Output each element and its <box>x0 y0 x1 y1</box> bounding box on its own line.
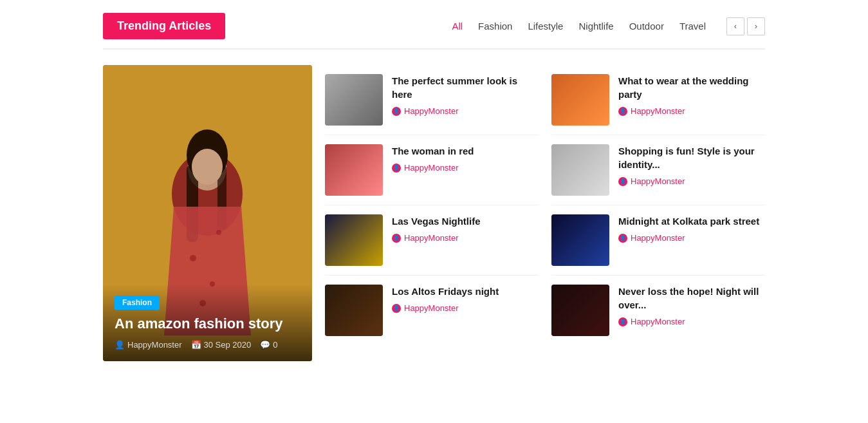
svg-point-11 <box>216 230 221 235</box>
featured-title: An amazon fashion story <box>115 315 300 334</box>
article-content: Los Altos Fridays night👤HappyMonster <box>392 285 539 313</box>
author-icon: 👤 <box>392 304 401 313</box>
article-thumbnail <box>551 285 609 336</box>
nav-next-button[interactable]: › <box>747 17 765 35</box>
article-content: The woman in red👤HappyMonster <box>392 144 539 173</box>
article-title: Shopping is fun! Style is your identity.… <box>618 144 765 171</box>
article-title: Las Vegas Nightlife <box>392 214 539 228</box>
author-icon: 👤 <box>618 177 627 186</box>
author-icon: 👤 <box>392 234 401 243</box>
svg-point-6 <box>192 149 223 185</box>
nav-tab-travel[interactable]: Travel <box>679 21 706 32</box>
nav-tab-outdoor[interactable]: Outdoor <box>629 21 664 32</box>
article-author: 👤HappyMonster <box>618 233 765 243</box>
article-item[interactable]: Shopping is fun! Style is your identity.… <box>551 135 765 205</box>
author-icon: 👤 <box>618 317 627 326</box>
article-author: 👤HappyMonster <box>618 317 765 326</box>
article-author: 👤HappyMonster <box>618 106 765 116</box>
article-title: Never loss the hope! Night will over... <box>618 285 765 312</box>
article-author: 👤HappyMonster <box>392 106 539 116</box>
author-icon: 👤 <box>392 164 401 173</box>
article-title: The perfect summer look is here <box>392 74 539 101</box>
article-author: 👤HappyMonster <box>618 176 765 186</box>
nav-tab-fashion[interactable]: Fashion <box>478 21 512 32</box>
author-name: HappyMonster <box>631 106 685 116</box>
article-item[interactable]: Los Altos Fridays night👤HappyMonster <box>325 276 539 345</box>
thumb-image <box>325 74 383 126</box>
thumb-image <box>551 74 609 126</box>
nav-arrows: ‹› <box>726 17 765 35</box>
featured-date: 📅 30 Sep 2020 <box>191 340 252 350</box>
article-content: Never loss the hope! Night will over...👤… <box>618 285 765 326</box>
svg-point-8 <box>190 255 196 261</box>
user-icon: 👤 <box>115 340 125 350</box>
article-title: What to wear at the wedding party <box>618 74 765 101</box>
article-thumbnail <box>325 74 383 126</box>
featured-comments: 💬 0 <box>260 340 277 350</box>
article-item[interactable]: Never loss the hope! Night will over...👤… <box>551 276 765 345</box>
author-name: HappyMonster <box>631 317 685 326</box>
featured-overlay: Fashion An amazon fashion story 👤 HappyM… <box>103 284 312 361</box>
article-item[interactable]: The perfect summer look is here👤HappyMon… <box>325 65 539 135</box>
trending-label: Trending Articles <box>103 13 225 39</box>
article-title: The woman in red <box>392 144 539 158</box>
article-content: The perfect summer look is here👤HappyMon… <box>392 74 539 116</box>
featured-author: 👤 HappyMonster <box>115 340 182 350</box>
author-name: HappyMonster <box>631 176 685 186</box>
author-icon: 👤 <box>618 107 627 116</box>
article-title: Midnight at Kolkata park street <box>618 214 765 228</box>
articles-col-1: The perfect summer look is here👤HappyMon… <box>325 65 539 361</box>
nav-prev-button[interactable]: ‹ <box>726 17 744 35</box>
article-title: Los Altos Fridays night <box>392 285 539 298</box>
article-item[interactable]: The woman in red👤HappyMonster <box>325 135 539 205</box>
article-thumbnail <box>325 214 383 266</box>
article-author: 👤HappyMonster <box>392 163 539 173</box>
author-name: HappyMonster <box>404 163 459 173</box>
article-thumbnail <box>551 214 609 266</box>
author-name: HappyMonster <box>404 233 459 243</box>
featured-article[interactable]: Fashion An amazon fashion story 👤 HappyM… <box>103 65 312 361</box>
nav-tab-lifestyle[interactable]: Lifestyle <box>528 21 563 32</box>
featured-badge: Fashion <box>115 296 160 310</box>
thumb-image <box>325 144 383 196</box>
author-icon: 👤 <box>392 107 401 116</box>
author-name: HappyMonster <box>631 233 685 243</box>
featured-meta: 👤 HappyMonster 📅 30 Sep 2020 💬 0 <box>115 340 300 350</box>
nav-tabs: AllFashionLifestyleNightlifeOutdoorTrave… <box>452 17 765 35</box>
article-content: What to wear at the wedding party👤HappyM… <box>618 74 765 116</box>
article-thumbnail <box>551 144 609 196</box>
nav-tab-nightlife[interactable]: Nightlife <box>578 21 613 32</box>
article-item[interactable]: Las Vegas Nightlife👤HappyMonster <box>325 205 539 276</box>
article-content: Shopping is fun! Style is your identity.… <box>618 144 765 186</box>
article-thumbnail <box>325 144 383 196</box>
thumb-image <box>325 214 383 266</box>
article-author: 👤HappyMonster <box>392 233 539 243</box>
main-grid: Fashion An amazon fashion story 👤 HappyM… <box>103 65 765 361</box>
article-content: Las Vegas Nightlife👤HappyMonster <box>392 214 539 243</box>
article-thumbnail <box>551 74 609 126</box>
article-thumbnail <box>325 285 383 336</box>
calendar-icon: 📅 <box>191 340 201 350</box>
thumb-image <box>551 285 609 336</box>
author-name: HappyMonster <box>404 106 459 116</box>
thumb-image <box>551 144 609 196</box>
article-item[interactable]: Midnight at Kolkata park street👤HappyMon… <box>551 205 765 276</box>
articles-col-2: What to wear at the wedding party👤HappyM… <box>551 65 765 361</box>
article-content: Midnight at Kolkata park street👤HappyMon… <box>618 214 765 243</box>
author-name: HappyMonster <box>404 303 459 313</box>
article-item[interactable]: What to wear at the wedding party👤HappyM… <box>551 65 765 135</box>
author-icon: 👤 <box>618 234 627 243</box>
page-header: Trending Articles AllFashionLifestyleNig… <box>103 13 765 50</box>
comment-icon: 💬 <box>260 340 270 350</box>
nav-tab-all[interactable]: All <box>452 21 463 32</box>
thumb-image <box>551 214 609 266</box>
thumb-image <box>325 285 383 336</box>
article-author: 👤HappyMonster <box>392 303 539 313</box>
